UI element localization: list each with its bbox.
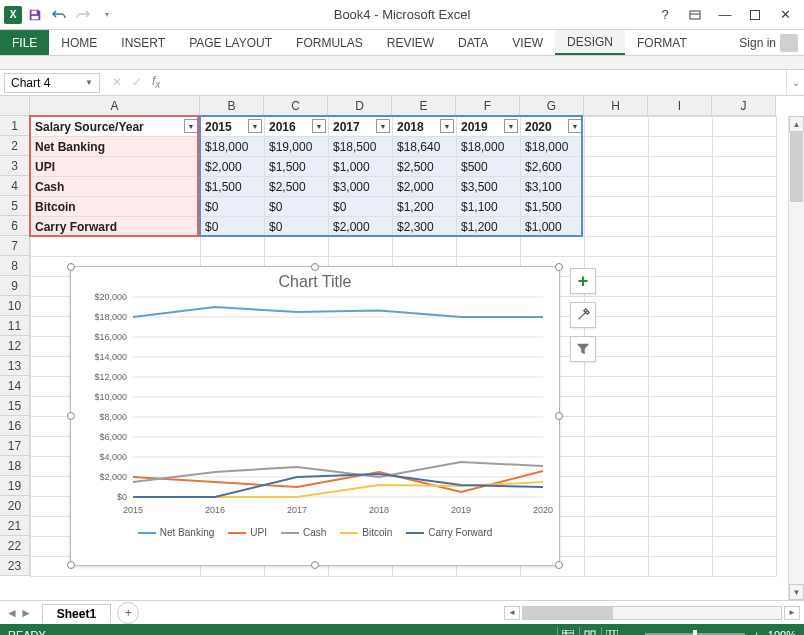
- row-header[interactable]: 11: [0, 316, 30, 336]
- filter-dropdown-button[interactable]: ▼: [504, 119, 518, 133]
- cell[interactable]: $3,100: [521, 177, 585, 197]
- cell[interactable]: [649, 437, 713, 457]
- row-header[interactable]: 5: [0, 196, 30, 216]
- row-header[interactable]: 20: [0, 496, 30, 516]
- cell[interactable]: [649, 277, 713, 297]
- cell[interactable]: [649, 217, 713, 237]
- cell[interactable]: [649, 517, 713, 537]
- cell[interactable]: [521, 237, 585, 257]
- tab-page-layout[interactable]: PAGE LAYOUT: [177, 30, 284, 55]
- minimize-button[interactable]: —: [712, 4, 738, 26]
- legend-item[interactable]: UPI: [228, 527, 267, 538]
- horizontal-scrollbar[interactable]: ◄ ►: [139, 606, 804, 620]
- cell[interactable]: [713, 317, 777, 337]
- save-button[interactable]: [24, 4, 46, 26]
- cell[interactable]: [713, 557, 777, 577]
- cancel-icon[interactable]: ✕: [112, 75, 122, 89]
- tab-format[interactable]: FORMAT: [625, 30, 699, 55]
- cell[interactable]: Carry Forward: [31, 217, 201, 237]
- filter-dropdown-button[interactable]: ▼: [568, 119, 582, 133]
- column-header[interactable]: E: [392, 96, 456, 116]
- chart-elements-button[interactable]: +: [570, 268, 596, 294]
- row-header[interactable]: 2: [0, 136, 30, 156]
- tab-data[interactable]: DATA: [446, 30, 500, 55]
- resize-handle[interactable]: [311, 263, 319, 271]
- cell[interactable]: $18,000: [457, 137, 521, 157]
- column-header[interactable]: I: [648, 96, 712, 116]
- legend-item[interactable]: Bitcoin: [340, 527, 392, 538]
- resize-handle[interactable]: [555, 263, 563, 271]
- cell[interactable]: [649, 257, 713, 277]
- help-button[interactable]: ?: [652, 4, 678, 26]
- chart-object[interactable]: Chart Title $0$2,000$4,000$6,000$8,000$1…: [70, 266, 560, 566]
- cell[interactable]: [649, 117, 713, 137]
- cell[interactable]: [649, 197, 713, 217]
- cell[interactable]: 2018▼: [393, 117, 457, 137]
- filter-dropdown-button[interactable]: ▼: [376, 119, 390, 133]
- cell[interactable]: [585, 517, 649, 537]
- cell[interactable]: $1,100: [457, 197, 521, 217]
- cell[interactable]: [649, 297, 713, 317]
- cell[interactable]: [585, 557, 649, 577]
- cell[interactable]: 2016▼: [265, 117, 329, 137]
- row-header[interactable]: 14: [0, 376, 30, 396]
- row-header[interactable]: 12: [0, 336, 30, 356]
- cell[interactable]: [713, 237, 777, 257]
- tab-view[interactable]: VIEW: [500, 30, 555, 55]
- column-header[interactable]: C: [264, 96, 328, 116]
- column-header[interactable]: F: [456, 96, 520, 116]
- filter-dropdown-button[interactable]: ▼: [440, 119, 454, 133]
- cell[interactable]: 2017▼: [329, 117, 393, 137]
- normal-view-button[interactable]: [557, 627, 579, 635]
- chart-legend[interactable]: Net BankingUPICashBitcoinCarry Forward: [71, 523, 559, 544]
- cell[interactable]: $1,000: [329, 157, 393, 177]
- cell[interactable]: [457, 237, 521, 257]
- cell[interactable]: [649, 357, 713, 377]
- tab-insert[interactable]: INSERT: [109, 30, 177, 55]
- cell[interactable]: $2,600: [521, 157, 585, 177]
- cell[interactable]: $0: [265, 197, 329, 217]
- sheet-nav-prev[interactable]: ◄: [6, 606, 18, 620]
- cell[interactable]: [713, 397, 777, 417]
- tab-review[interactable]: REVIEW: [375, 30, 446, 55]
- close-button[interactable]: ✕: [772, 4, 798, 26]
- cell[interactable]: [585, 137, 649, 157]
- cell[interactable]: [649, 537, 713, 557]
- cell[interactable]: [649, 477, 713, 497]
- row-header[interactable]: 21: [0, 516, 30, 536]
- cell[interactable]: $2,500: [265, 177, 329, 197]
- resize-handle[interactable]: [67, 412, 75, 420]
- cell[interactable]: [585, 117, 649, 137]
- cell[interactable]: [585, 157, 649, 177]
- cell[interactable]: [585, 377, 649, 397]
- chevron-down-icon[interactable]: ▼: [85, 78, 93, 87]
- cell[interactable]: [713, 217, 777, 237]
- cell[interactable]: [393, 237, 457, 257]
- row-header[interactable]: 10: [0, 296, 30, 316]
- cell[interactable]: [649, 137, 713, 157]
- cell[interactable]: [713, 357, 777, 377]
- scroll-left-button[interactable]: ◄: [504, 606, 520, 620]
- cell[interactable]: $0: [201, 217, 265, 237]
- scroll-down-button[interactable]: ▼: [789, 584, 804, 600]
- cell[interactable]: [713, 497, 777, 517]
- cell[interactable]: [713, 137, 777, 157]
- tab-formulas[interactable]: FORMULAS: [284, 30, 375, 55]
- cell[interactable]: $2,000: [329, 217, 393, 237]
- chart-filters-button[interactable]: [570, 336, 596, 362]
- cell[interactable]: [649, 417, 713, 437]
- cell[interactable]: [649, 157, 713, 177]
- avatar[interactable]: [780, 34, 798, 52]
- select-all-triangle[interactable]: [0, 96, 30, 116]
- cell[interactable]: [265, 237, 329, 257]
- cell[interactable]: 2015▼: [201, 117, 265, 137]
- cell[interactable]: [585, 437, 649, 457]
- cell[interactable]: $19,000: [265, 137, 329, 157]
- cell[interactable]: [31, 237, 201, 257]
- filter-dropdown-button[interactable]: ▼: [184, 119, 198, 133]
- worksheet-grid[interactable]: ABCDEFGHIJ 12345678910111213141516171819…: [0, 96, 804, 600]
- cell[interactable]: [713, 297, 777, 317]
- row-header[interactable]: 6: [0, 216, 30, 236]
- cell[interactable]: [713, 457, 777, 477]
- cell[interactable]: [713, 197, 777, 217]
